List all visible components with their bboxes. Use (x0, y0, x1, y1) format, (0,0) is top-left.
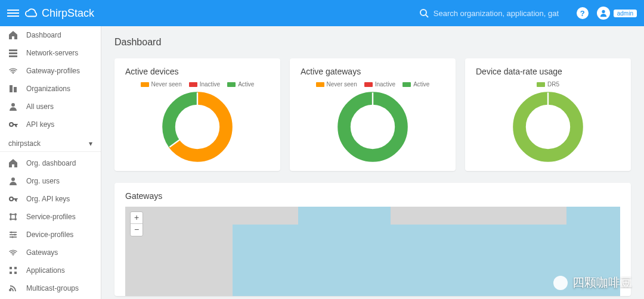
gateways-card-title: Gateways (125, 191, 620, 201)
search-icon (419, 8, 429, 18)
card-title: Device data-rate usage (476, 67, 620, 76)
wifi-icon (8, 66, 18, 76)
legend-label: Active (413, 81, 429, 88)
legend-swatch (316, 82, 324, 87)
zoom-out-button[interactable]: − (131, 224, 143, 236)
sidebar-item-label: Gateways (26, 248, 58, 257)
donut-chart (162, 91, 233, 163)
sidebar-item-label: Applications (26, 266, 65, 275)
home-icon (8, 158, 18, 168)
sidebar-item-label: Org. API keys (26, 195, 70, 203)
chart-legend: Never seenInactiveActive (301, 81, 445, 88)
sidebar-item-label: Device-profiles (26, 231, 73, 239)
card-active-gateways: Active gatewaysNever seenInactiveActive (290, 58, 456, 171)
sidebar-item-label: Service-profiles (26, 213, 76, 221)
sidebar-item-label: API keys (26, 120, 54, 129)
org-selector-value: chirpstack (8, 139, 41, 148)
search-box[interactable] (419, 8, 568, 18)
sidebar-item-all-users[interactable]: All users (0, 98, 101, 116)
legend-swatch (537, 82, 545, 87)
legend-label: Inactive (200, 81, 220, 88)
sidebar-item-org-api-keys[interactable]: Org. API keys (0, 190, 101, 208)
legend-swatch (227, 82, 236, 87)
sidebar-item-org-dashboard[interactable]: Org. dashboard (0, 154, 101, 172)
page-title: Dashboard (114, 37, 631, 48)
gateways-card: Gateways + − (114, 183, 631, 296)
sidebar-item-network-servers[interactable]: Network-servers (0, 44, 101, 62)
sidebar-item-label: All users (26, 102, 54, 111)
sidebar-item-label: Dashboard (26, 31, 61, 39)
org-selector[interactable]: chirpstack▾ (0, 133, 101, 152)
card-title: Active gateways (301, 67, 445, 76)
sliders-icon (8, 230, 18, 239)
map-zoom-controls[interactable]: + − (130, 211, 143, 236)
service-icon (8, 212, 18, 222)
zoom-in-button[interactable]: + (131, 212, 143, 224)
chart-legend: Never seenInactiveActive (125, 81, 270, 88)
user-menu[interactable]: admin (597, 7, 637, 20)
card-device-data-rate-usage: Device data-rate usageDR5 (465, 58, 631, 171)
sidebar-item-applications[interactable]: Applications (0, 261, 101, 279)
org-icon (8, 84, 18, 94)
legend-label: Active (238, 81, 254, 88)
sidebar-item-dashboard[interactable]: Dashboard (0, 26, 101, 44)
legend-item: Active (402, 81, 429, 88)
wifi-icon (8, 248, 18, 257)
legend-swatch (189, 82, 197, 87)
sidebar-item-gateways[interactable]: Gateways (0, 244, 101, 261)
sidebar-item-gateway-profiles[interactable]: Gateway-profiles (0, 62, 101, 80)
sidebar-item-api-keys[interactable]: API keys (0, 116, 101, 133)
user-icon (8, 102, 18, 111)
main-content: Dashboard Active devicesNever seenInacti… (101, 26, 644, 299)
legend-label: Never seen (151, 81, 182, 88)
sidebar-item-label: Organizations (26, 85, 70, 93)
search-input[interactable] (434, 9, 559, 18)
donut-chart (337, 91, 408, 163)
chevron-down-icon: ▾ (89, 139, 92, 148)
key-icon (8, 194, 18, 204)
sidebar-item-org-users[interactable]: Org. users (0, 172, 101, 190)
sidebar-item-label: Network-servers (26, 49, 78, 57)
sidebar-item-multicast-groups[interactable]: Multicast-groups (0, 279, 101, 297)
legend-label: DR5 (547, 81, 559, 88)
legend-item: Active (227, 81, 254, 88)
servers-icon (8, 48, 18, 58)
legend-item: Inactive (364, 81, 395, 88)
sidebar-item-organizations[interactable]: Organizations (0, 80, 101, 98)
legend-swatch (141, 82, 149, 87)
home-icon (8, 30, 18, 40)
donut-chart (512, 91, 584, 163)
rss-icon (8, 284, 18, 293)
card-title: Active devices (125, 67, 270, 76)
legend-item: Never seen (316, 81, 357, 88)
legend-swatch (402, 82, 411, 87)
sidebar-item-label: Gateway-profiles (26, 67, 80, 75)
sidebar-item-device-profiles[interactable]: Device-profiles (0, 226, 101, 244)
sidebar-item-label: Org. dashboard (26, 159, 76, 167)
cloud-icon (25, 7, 38, 20)
legend-item: Never seen (141, 81, 182, 88)
key-icon (8, 120, 18, 129)
apps-icon (8, 266, 18, 275)
legend-item: DR5 (537, 81, 559, 88)
sidebar: DashboardNetwork-serversGateway-profiles… (0, 26, 101, 299)
user-icon (8, 176, 18, 186)
help-button[interactable]: ? (577, 7, 589, 19)
sidebar-item-label: Org. users (26, 177, 60, 185)
legend-swatch (364, 82, 373, 87)
legend-label: Inactive (375, 81, 395, 88)
topbar: ChirpStack ? admin (0, 0, 644, 26)
username-badge: admin (614, 10, 637, 17)
card-active-devices: Active devicesNever seenInactiveActive (114, 58, 280, 171)
chart-legend: DR5 (476, 81, 620, 88)
sidebar-item-service-profiles[interactable]: Service-profiles (0, 208, 101, 226)
menu-toggle-icon[interactable] (7, 7, 19, 19)
brand-logo[interactable]: ChirpStack (25, 7, 94, 20)
avatar-icon (597, 7, 610, 20)
brand-name: ChirpStack (42, 7, 94, 20)
gateways-map[interactable]: + − (125, 207, 620, 296)
legend-item: Inactive (189, 81, 220, 88)
legend-label: Never seen (327, 81, 357, 88)
sidebar-item-label: Multicast-groups (26, 284, 79, 292)
